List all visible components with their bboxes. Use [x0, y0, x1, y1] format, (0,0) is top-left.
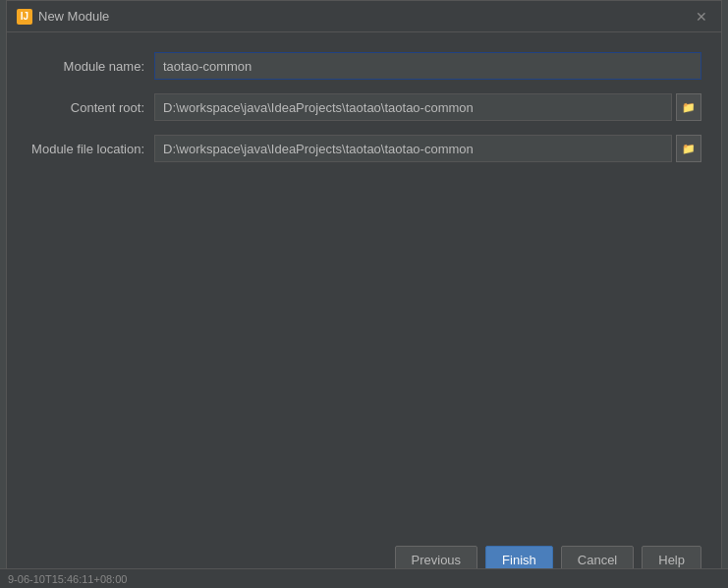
- title-bar-left: IJ New Module: [17, 9, 109, 25]
- content-root-label: Content root:: [27, 100, 154, 115]
- content-root-browse-button[interactable]: 📁: [676, 93, 701, 121]
- module-name-label: Module name:: [27, 59, 154, 74]
- status-bar: 9-06-10T15:46:11+08:00: [0, 568, 728, 588]
- module-name-input[interactable]: [154, 52, 701, 80]
- folder-icon: 📁: [682, 101, 696, 114]
- close-button[interactable]: ✕: [692, 7, 711, 27]
- module-file-row: Module file location: 📁: [27, 135, 701, 162]
- module-name-row: Module name:: [27, 52, 701, 80]
- content-root-input[interactable]: [154, 93, 672, 121]
- dialog-title: New Module: [38, 9, 109, 24]
- module-file-input-wrap: 📁: [154, 135, 701, 162]
- new-module-dialog: IJ New Module ✕ Module name: Content roo…: [6, 0, 722, 588]
- dialog-overlay: IJ New Module ✕ Module name: Content roo…: [0, 0, 728, 588]
- title-bar: IJ New Module ✕: [7, 1, 721, 32]
- content-root-input-wrap: 📁: [154, 93, 701, 121]
- module-file-browse-button[interactable]: 📁: [676, 135, 701, 162]
- content-root-row: Content root: 📁: [27, 93, 701, 121]
- module-file-input[interactable]: [154, 135, 672, 162]
- dialog-body: Module name: Content root: 📁 Module file…: [7, 32, 721, 536]
- module-name-input-wrap: [154, 52, 701, 80]
- status-text: 9-06-10T15:46:11+08:00: [8, 573, 127, 585]
- app-icon: IJ: [17, 9, 32, 25]
- folder-icon-2: 📁: [682, 143, 696, 155]
- module-file-label: Module file location:: [27, 142, 154, 156]
